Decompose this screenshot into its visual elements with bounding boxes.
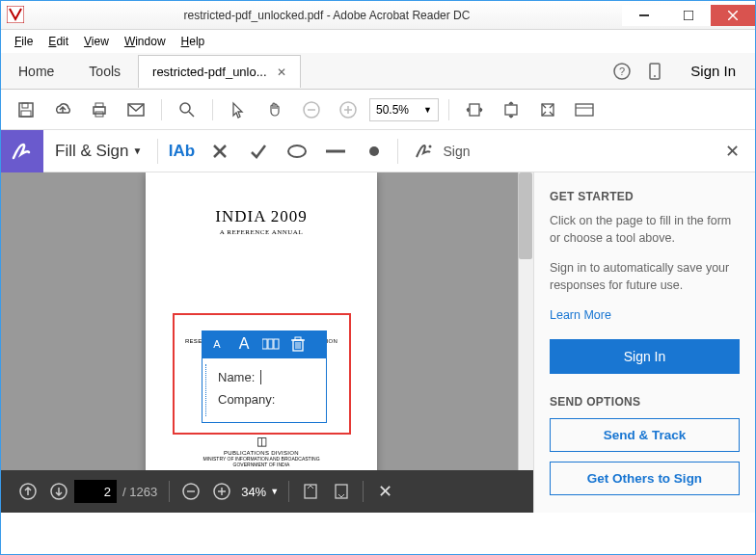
zoom-value: 50.5% [376, 103, 409, 117]
svg-rect-11 [21, 111, 31, 117]
top-tabs: Home Tools restricted-pdf_unlo... ✕ ? Si… [1, 53, 755, 90]
small-a-icon[interactable]: A [207, 334, 227, 354]
svg-rect-51 [336, 485, 347, 498]
save-icon[interactable] [11, 94, 41, 125]
svg-rect-42 [295, 337, 301, 340]
main-toolbar: 50.5%▼ [1, 90, 755, 130]
signin-button[interactable]: Sign In [550, 339, 740, 374]
zoom-display[interactable]: 34%▼ [241, 485, 279, 499]
fit-page-icon[interactable] [532, 94, 563, 125]
text-tool-icon[interactable]: IAb [162, 134, 201, 169]
svg-point-8 [654, 75, 656, 77]
svg-rect-35 [268, 339, 273, 349]
fit-two-icon[interactable] [326, 476, 357, 507]
fit-one-icon[interactable] [295, 476, 326, 507]
content-area: INDIA 2009 A REFERENCE ANNUAL Compiled b… [1, 172, 755, 513]
fill-sign-bar: Fill & Sign▼ IAb Sign ✕ [1, 130, 755, 172]
svg-rect-23 [470, 104, 479, 116]
text-edit-widget[interactable]: A A Name: Company: [202, 330, 327, 423]
email-icon[interactable] [121, 94, 151, 125]
maximize-button[interactable] [666, 5, 711, 26]
learn-more-link[interactable]: Learn More [550, 308, 611, 322]
zoom-select[interactable]: 50.5%▼ [369, 98, 439, 121]
check-mark-icon[interactable] [239, 134, 278, 169]
menu-window[interactable]: Window [119, 33, 172, 50]
field-company: Company: [218, 392, 318, 407]
read-mode-icon[interactable] [569, 94, 600, 125]
page-input[interactable] [74, 480, 117, 503]
send-track-button[interactable]: Send & Track [550, 418, 740, 452]
x-mark-icon[interactable] [201, 134, 239, 169]
zoom-in-btn-icon[interactable] [206, 476, 237, 507]
scrollbar-track[interactable] [518, 172, 533, 513]
document-viewport[interactable]: INDIA 2009 A REFERENCE ANNUAL Compiled b… [1, 172, 533, 513]
menu-file[interactable]: File [9, 33, 39, 50]
fill-sign-dropdown[interactable]: Fill & Sign▼ [43, 142, 153, 161]
next-page-icon[interactable] [43, 476, 74, 507]
print-icon[interactable] [84, 94, 115, 125]
menu-bar: File Edit View Window Help [1, 30, 755, 53]
mobile-icon[interactable] [638, 55, 671, 88]
svg-rect-2 [684, 11, 693, 20]
window-titlebar: restricted-pdf_unlocked.pdf - Adobe Acro… [1, 1, 755, 30]
zoom-out-btn-icon[interactable] [176, 476, 206, 507]
menu-view[interactable]: View [78, 33, 115, 50]
window-title: restricted-pdf_unlocked.pdf - Adobe Acro… [32, 9, 622, 22]
side-panel: GET STARTED Click on the page to fill in… [533, 172, 755, 513]
prev-page-icon[interactable] [13, 476, 43, 507]
field-name: Name: [218, 370, 318, 384]
scrollbar-thumb[interactable] [519, 172, 532, 259]
menu-help[interactable]: Help [176, 33, 211, 50]
delete-icon[interactable] [288, 334, 308, 354]
zoom-in-icon[interactable] [333, 94, 364, 125]
doc-title: INDIA 2009 [146, 207, 377, 226]
fit-height-icon[interactable] [496, 94, 526, 125]
send-options-heading: SEND OPTIONS [550, 395, 740, 409]
line-icon[interactable] [316, 134, 355, 169]
get-started-text2: Sign in to automatically save your respo… [550, 260, 740, 294]
spacing-icon[interactable] [261, 334, 281, 354]
close-bar-icon[interactable]: ✕ [369, 476, 400, 507]
get-others-sign-button[interactable]: Get Others to Sign [550, 462, 740, 495]
dot-icon[interactable] [355, 134, 393, 169]
sign-button[interactable]: Sign [402, 142, 481, 161]
svg-rect-34 [262, 339, 267, 349]
text-edit-box[interactable]: Name: Company: [202, 357, 327, 423]
fit-width-icon[interactable] [459, 94, 490, 125]
svg-point-33 [429, 145, 432, 147]
menu-edit[interactable]: Edit [42, 33, 74, 50]
hand-icon[interactable] [259, 94, 290, 125]
tab-close-icon[interactable]: ✕ [277, 66, 286, 79]
tab-home[interactable]: Home [1, 54, 71, 89]
circle-icon[interactable] [278, 134, 316, 169]
signin-link[interactable]: Sign In [671, 63, 755, 79]
get-started-text1: Click on the page to fill in the form or… [550, 213, 740, 247]
svg-rect-24 [505, 105, 517, 115]
select-icon[interactable] [223, 94, 254, 125]
app-icon [7, 6, 26, 25]
doc-subtitle: A REFERENCE ANNUAL [146, 228, 377, 236]
page-total: / 1263 [122, 485, 157, 499]
large-a-icon[interactable]: A [234, 334, 254, 354]
fill-sign-badge-icon [1, 130, 43, 172]
svg-text:?: ? [619, 66, 625, 77]
zoom-out-icon[interactable] [296, 94, 327, 125]
doc-logo-icon: ◫ [146, 435, 377, 448]
sign-label: Sign [443, 144, 470, 159]
close-button[interactable] [711, 5, 755, 26]
svg-point-32 [369, 146, 379, 156]
text-edit-toolbar: A A [202, 330, 327, 357]
svg-rect-36 [274, 339, 279, 349]
svg-point-16 [180, 103, 190, 113]
page-nav-bar: / 1263 34%▼ ✕ [1, 470, 533, 513]
cloud-icon[interactable] [47, 94, 78, 125]
help-icon[interactable]: ? [606, 55, 638, 88]
svg-rect-26 [576, 104, 593, 116]
tab-tools[interactable]: Tools [71, 54, 138, 89]
svg-point-30 [288, 145, 306, 157]
search-icon[interactable] [172, 94, 202, 125]
close-fillbar-icon[interactable]: ✕ [725, 141, 740, 162]
minimize-button[interactable] [622, 5, 666, 26]
tab-document-label: restricted-pdf_unlo... [152, 65, 267, 79]
tab-document[interactable]: restricted-pdf_unlo... ✕ [138, 55, 301, 88]
